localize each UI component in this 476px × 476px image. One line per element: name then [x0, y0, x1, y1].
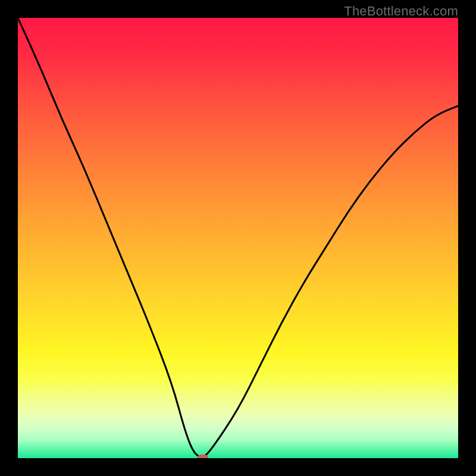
watermark-text: TheBottleneck.com [344, 4, 458, 19]
bottleneck-curve [18, 18, 458, 458]
optimum-marker [198, 455, 208, 458]
plot-area [18, 18, 458, 458]
chart-frame: TheBottleneck.com [0, 0, 476, 476]
